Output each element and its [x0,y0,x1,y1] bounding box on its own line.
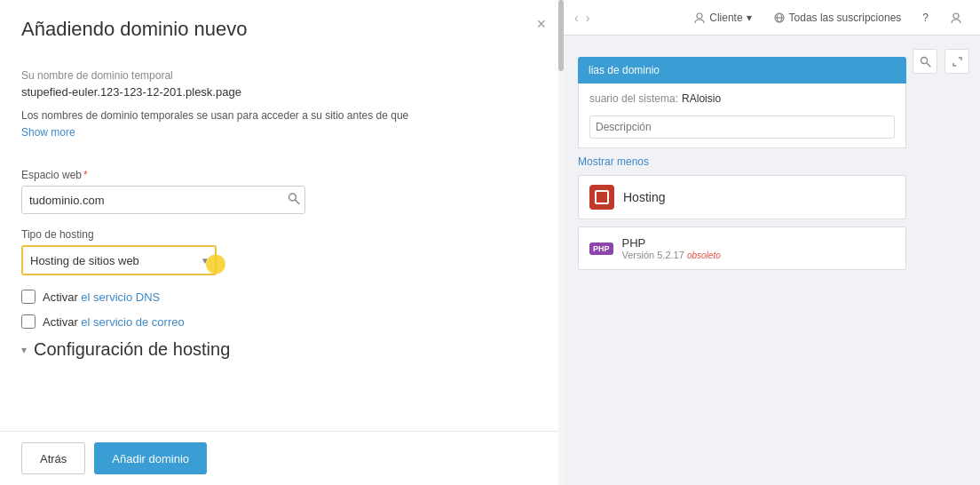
dns-checkbox-row: Activar el servicio DNS [21,290,542,304]
hosting-card: Hosting [578,175,906,219]
espacio-web-label: Espacio web* [21,169,542,181]
dns-label[interactable]: Activar el servicio DNS [43,290,160,304]
mail-label[interactable]: Activar el servicio de correo [43,315,185,329]
svg-point-6 [953,13,959,19]
obsolete-badge: obsoleto [687,250,721,260]
right-topbar: ‹ › Cliente ▾ Todas las suscripciones ? [564,0,980,36]
mostrar-menos-link[interactable]: Mostrar menos [578,155,966,168]
usuario-sistema-label: suario del sistema: [589,92,678,105]
php-version-text: Versión 5.2.17 obsoleto [622,250,895,260]
hosting-icon-inner [595,190,609,204]
modal-header: Añadiendo dominio nuevo × [0,0,564,55]
person-icon [693,12,706,24]
php-name: PHP [622,236,895,250]
temp-domain-section: Su nombre de dominio temporal stupefied-… [21,69,542,155]
hosting-label: Hosting [623,190,665,204]
espacio-web-group: Espacio web* [21,169,542,214]
modal-title: Añadiendo dominio nuevo [21,18,542,41]
section-chevron-icon: ▾ [21,344,27,356]
modal-panel: Añadiendo dominio nuevo × Su nombre de d… [0,0,564,485]
temp-domain-desc: Los nombres de dominio temporales se usa… [21,107,542,123]
scroll-thumb[interactable] [558,0,564,71]
svg-line-8 [927,63,930,67]
usuario-sistema-value: RAloisio [682,92,721,105]
suscripciones-nav-item[interactable]: Todas las suscripciones [766,8,909,28]
domain-alias-label: lias de dominio [589,64,660,76]
search-icon [288,193,300,205]
close-button[interactable]: × [536,16,546,32]
svg-line-1 [296,200,300,204]
temp-domain-label: Su nombre de dominio temporal [21,69,542,82]
espacio-web-input-wrapper [21,186,305,214]
mail-checkbox-row: Activar el servicio de correo [21,314,542,329]
modal-body: Su nombre de dominio temporal stupefied-… [0,55,564,431]
description-input[interactable] [589,115,895,139]
required-star: * [83,169,88,181]
back-button[interactable]: Atrás [21,442,85,474]
help-nav-item[interactable]: ? [915,8,936,28]
right-search-button[interactable] [913,49,937,74]
svg-point-2 [697,13,702,19]
suscripciones-label: Todas las suscripciones [789,12,902,24]
hosting-config-section[interactable]: ▾ Configuración de hosting [21,339,542,360]
globe-icon [773,12,786,24]
scroll-indicator [558,0,564,485]
tipo-hosting-select[interactable]: Hosting de sitios web Sin hosting Reenví… [21,245,217,275]
php-card: PHP PHP Versión 5.2.17 obsoleto [578,227,906,270]
modal-footer: Atrás Añadir dominio [0,431,564,485]
espacio-web-search-button[interactable] [288,193,300,208]
dns-checkbox[interactable] [21,290,36,304]
espacio-web-input[interactable] [21,186,305,214]
back-nav-arrow[interactable]: ‹ [574,11,579,25]
user-icon [950,12,962,24]
svg-point-7 [921,57,927,63]
search-icon-right [920,56,931,68]
add-domain-button[interactable]: Añadir dominio [94,442,207,474]
show-more-link[interactable]: Show more [21,126,75,139]
cliente-chevron: ▾ [747,12,752,24]
usuario-sistema-row: suario del sistema: RAloisio [589,92,895,105]
cliente-label: Cliente [709,12,742,24]
mail-checkbox[interactable] [21,314,36,329]
temp-domain-value: stupefied-euler.123-123-12-201.plesk.pag… [21,85,542,99]
dns-link[interactable]: el servicio DNS [81,290,160,304]
mail-link[interactable]: el servicio de correo [81,315,184,329]
right-content: lias de dominio suario del sistema: RAlo… [564,36,980,291]
tipo-hosting-wrapper: Hosting de sitios web Sin hosting Reenví… [21,245,217,275]
hosting-icon [589,185,614,210]
hosting-config-title: Configuración de hosting [34,339,230,360]
right-panel: ‹ › Cliente ▾ Todas las suscripciones ? [564,0,980,485]
cliente-nav-item[interactable]: Cliente ▾ [686,8,758,28]
user-icon-nav[interactable] [943,8,969,28]
right-expand-button[interactable] [944,49,969,74]
tipo-hosting-label: Tipo de hosting [21,228,542,241]
help-label: ? [922,12,929,24]
php-badge: PHP [589,242,613,255]
expand-icon [952,56,963,68]
domain-info-area: suario del sistema: RAloisio [578,83,906,148]
domain-alias-tab[interactable]: lias de dominio [578,57,906,83]
php-info: PHP Versión 5.2.17 obsoleto [622,236,895,260]
tipo-hosting-group: Tipo de hosting Hosting de sitios web Si… [21,228,542,275]
forward-nav-arrow[interactable]: › [586,11,590,25]
